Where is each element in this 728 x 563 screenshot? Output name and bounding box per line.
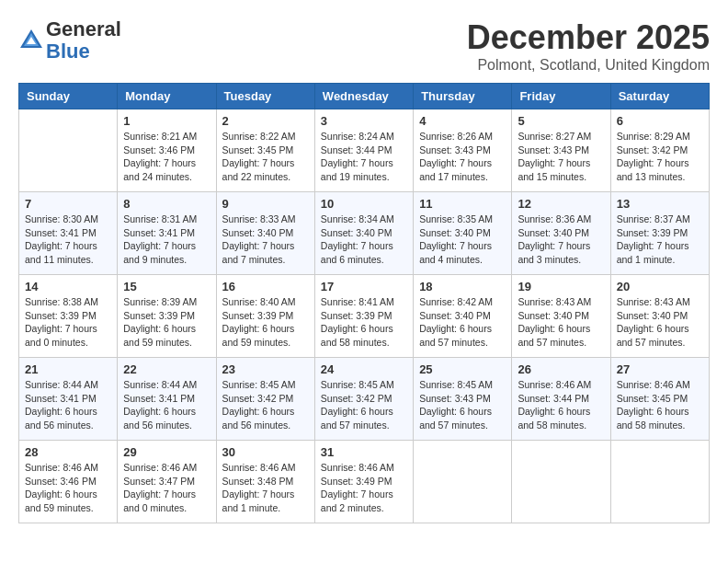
calendar-cell: 27Sunrise: 8:46 AM Sunset: 3:45 PM Dayli… (610, 358, 709, 441)
cell-info: Sunrise: 8:40 AM Sunset: 3:39 PM Dayligh… (222, 295, 309, 350)
month-title: December 2025 (467, 18, 710, 57)
calendar-cell: 13Sunrise: 8:37 AM Sunset: 3:39 PM Dayli… (610, 192, 709, 275)
cell-info: Sunrise: 8:31 AM Sunset: 3:41 PM Dayligh… (123, 213, 210, 267)
cell-info: Sunrise: 8:30 AM Sunset: 3:41 PM Dayligh… (25, 213, 111, 267)
calendar-cell (19, 109, 118, 192)
cell-info: Sunrise: 8:36 AM Sunset: 3:40 PM Dayligh… (518, 213, 604, 267)
day-number: 13 (617, 197, 703, 211)
calendar-week-5: 28Sunrise: 8:46 AM Sunset: 3:46 PM Dayli… (19, 441, 710, 523)
calendar-cell: 19Sunrise: 8:43 AM Sunset: 3:40 PM Dayli… (512, 275, 610, 358)
weekday-sunday: Sunday (19, 84, 118, 109)
cell-info: Sunrise: 8:46 AM Sunset: 3:46 PM Dayligh… (25, 461, 111, 515)
cell-info: Sunrise: 8:46 AM Sunset: 3:48 PM Dayligh… (222, 461, 309, 515)
cell-info: Sunrise: 8:21 AM Sunset: 3:46 PM Dayligh… (123, 130, 210, 184)
day-number: 2 (222, 114, 309, 128)
location: Polmont, Scotland, United Kingdom (467, 57, 710, 74)
calendar-week-3: 14Sunrise: 8:38 AM Sunset: 3:39 PM Dayli… (19, 275, 710, 358)
weekday-header-row: SundayMondayTuesdayWednesdayThursdayFrid… (19, 84, 710, 109)
cell-info: Sunrise: 8:44 AM Sunset: 3:41 PM Dayligh… (123, 378, 210, 432)
calendar-cell: 10Sunrise: 8:34 AM Sunset: 3:40 PM Dayli… (314, 192, 413, 275)
logo-icon (18, 28, 44, 53)
weekday-tuesday: Tuesday (216, 84, 314, 109)
day-number: 5 (518, 114, 604, 128)
day-number: 1 (123, 114, 210, 128)
calendar-cell: 28Sunrise: 8:46 AM Sunset: 3:46 PM Dayli… (19, 441, 118, 523)
calendar-cell: 24Sunrise: 8:45 AM Sunset: 3:42 PM Dayli… (314, 358, 413, 441)
cell-info: Sunrise: 8:46 AM Sunset: 3:45 PM Dayligh… (617, 378, 703, 432)
cell-info: Sunrise: 8:41 AM Sunset: 3:39 PM Dayligh… (321, 295, 407, 350)
calendar-cell: 3Sunrise: 8:24 AM Sunset: 3:44 PM Daylig… (314, 109, 413, 192)
title-block: December 2025 Polmont, Scotland, United … (467, 18, 710, 74)
cell-info: Sunrise: 8:45 AM Sunset: 3:42 PM Dayligh… (222, 378, 309, 432)
cell-info: Sunrise: 8:37 AM Sunset: 3:39 PM Dayligh… (617, 213, 703, 267)
logo: General Blue (18, 18, 121, 63)
calendar-cell: 4Sunrise: 8:26 AM Sunset: 3:43 PM Daylig… (414, 109, 512, 192)
day-number: 22 (123, 362, 210, 376)
logo-general-text: General (46, 17, 121, 40)
day-number: 3 (321, 114, 407, 128)
day-number: 14 (25, 280, 111, 293)
cell-info: Sunrise: 8:26 AM Sunset: 3:43 PM Dayligh… (419, 130, 506, 184)
calendar-cell: 31Sunrise: 8:46 AM Sunset: 3:49 PM Dayli… (314, 441, 413, 523)
calendar-cell: 29Sunrise: 8:46 AM Sunset: 3:47 PM Dayli… (118, 441, 216, 523)
cell-info: Sunrise: 8:45 AM Sunset: 3:42 PM Dayligh… (321, 378, 407, 432)
calendar-cell: 17Sunrise: 8:41 AM Sunset: 3:39 PM Dayli… (314, 275, 413, 358)
cell-info: Sunrise: 8:34 AM Sunset: 3:40 PM Dayligh… (321, 213, 407, 267)
cell-info: Sunrise: 8:46 AM Sunset: 3:49 PM Dayligh… (321, 461, 407, 515)
calendar-week-1: 1Sunrise: 8:21 AM Sunset: 3:46 PM Daylig… (19, 109, 710, 192)
calendar-cell: 15Sunrise: 8:39 AM Sunset: 3:39 PM Dayli… (118, 275, 216, 358)
weekday-friday: Friday (512, 84, 610, 109)
calendar-cell: 22Sunrise: 8:44 AM Sunset: 3:41 PM Dayli… (118, 358, 216, 441)
day-number: 28 (25, 445, 111, 459)
cell-info: Sunrise: 8:46 AM Sunset: 3:47 PM Dayligh… (123, 461, 210, 515)
weekday-saturday: Saturday (610, 84, 709, 109)
calendar-week-2: 7Sunrise: 8:30 AM Sunset: 3:41 PM Daylig… (19, 192, 710, 275)
calendar-cell: 25Sunrise: 8:45 AM Sunset: 3:43 PM Dayli… (414, 358, 512, 441)
day-number: 24 (321, 362, 407, 376)
day-number: 15 (123, 280, 210, 293)
day-number: 7 (25, 197, 111, 211)
day-number: 18 (419, 280, 506, 293)
day-number: 30 (222, 445, 309, 459)
calendar-cell: 16Sunrise: 8:40 AM Sunset: 3:39 PM Dayli… (216, 275, 314, 358)
day-number: 27 (617, 362, 703, 376)
cell-info: Sunrise: 8:45 AM Sunset: 3:43 PM Dayligh… (419, 378, 506, 432)
cell-info: Sunrise: 8:44 AM Sunset: 3:41 PM Dayligh… (25, 378, 111, 432)
day-number: 20 (617, 280, 703, 293)
calendar-cell: 11Sunrise: 8:35 AM Sunset: 3:40 PM Dayli… (414, 192, 512, 275)
cell-info: Sunrise: 8:33 AM Sunset: 3:40 PM Dayligh… (222, 213, 309, 267)
weekday-thursday: Thursday (414, 84, 512, 109)
calendar-cell: 14Sunrise: 8:38 AM Sunset: 3:39 PM Dayli… (19, 275, 118, 358)
cell-info: Sunrise: 8:39 AM Sunset: 3:39 PM Dayligh… (123, 295, 210, 350)
day-number: 19 (518, 280, 604, 293)
cell-info: Sunrise: 8:43 AM Sunset: 3:40 PM Dayligh… (617, 295, 703, 350)
logo-blue-text: Blue (46, 40, 90, 63)
cell-info: Sunrise: 8:42 AM Sunset: 3:40 PM Dayligh… (419, 295, 506, 350)
calendar-cell: 1Sunrise: 8:21 AM Sunset: 3:46 PM Daylig… (118, 109, 216, 192)
calendar-cell: 9Sunrise: 8:33 AM Sunset: 3:40 PM Daylig… (216, 192, 314, 275)
day-number: 16 (222, 280, 309, 293)
day-number: 25 (419, 362, 506, 376)
day-number: 11 (419, 197, 506, 211)
calendar-cell: 7Sunrise: 8:30 AM Sunset: 3:41 PM Daylig… (19, 192, 118, 275)
weekday-wednesday: Wednesday (314, 84, 413, 109)
calendar-cell (512, 441, 610, 523)
page-header: General Blue December 2025 Polmont, Scot… (18, 18, 710, 74)
calendar-cell: 6Sunrise: 8:29 AM Sunset: 3:42 PM Daylig… (610, 109, 709, 192)
cell-info: Sunrise: 8:38 AM Sunset: 3:39 PM Dayligh… (25, 295, 111, 350)
day-number: 23 (222, 362, 309, 376)
weekday-monday: Monday (118, 84, 216, 109)
calendar-week-4: 21Sunrise: 8:44 AM Sunset: 3:41 PM Dayli… (19, 358, 710, 441)
day-number: 31 (321, 445, 407, 459)
cell-info: Sunrise: 8:22 AM Sunset: 3:45 PM Dayligh… (222, 130, 309, 184)
calendar-cell: 2Sunrise: 8:22 AM Sunset: 3:45 PM Daylig… (216, 109, 314, 192)
calendar-cell: 26Sunrise: 8:46 AM Sunset: 3:44 PM Dayli… (512, 358, 610, 441)
calendar-cell: 8Sunrise: 8:31 AM Sunset: 3:41 PM Daylig… (118, 192, 216, 275)
day-number: 21 (25, 362, 111, 376)
cell-info: Sunrise: 8:43 AM Sunset: 3:40 PM Dayligh… (518, 295, 604, 350)
calendar-cell: 20Sunrise: 8:43 AM Sunset: 3:40 PM Dayli… (610, 275, 709, 358)
day-number: 6 (617, 114, 703, 128)
calendar-cell (414, 441, 512, 523)
calendar-table: SundayMondayTuesdayWednesdayThursdayFrid… (18, 83, 710, 523)
calendar-cell: 30Sunrise: 8:46 AM Sunset: 3:48 PM Dayli… (216, 441, 314, 523)
